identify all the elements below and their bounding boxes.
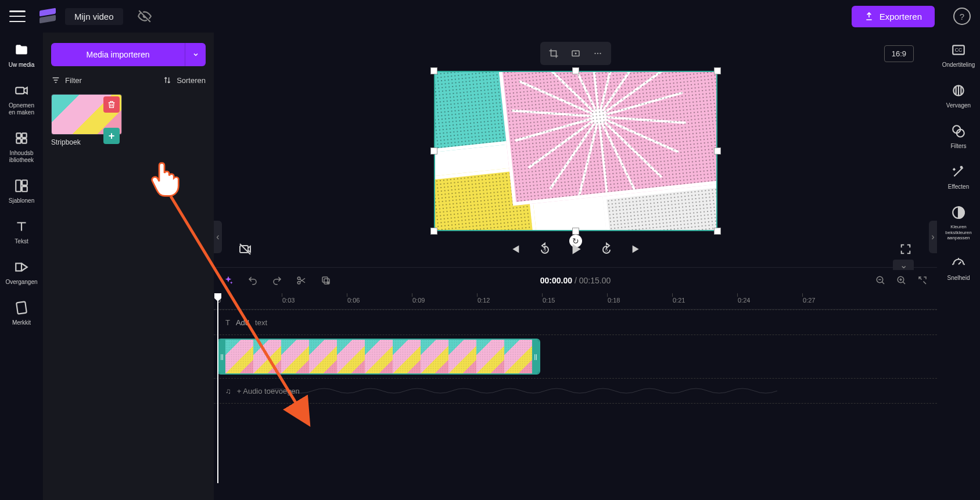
zoom-in-button[interactable]	[895, 274, 908, 287]
resize-handle-tr[interactable]	[714, 67, 721, 74]
clip-trim-right[interactable]: ||	[532, 340, 539, 373]
video-clip[interactable]: || ||	[217, 339, 540, 375]
sidebar-label-media: Uw media	[9, 62, 34, 69]
menu-button[interactable]	[9, 10, 26, 22]
svg-point-20	[297, 282, 300, 285]
sidebar-item-brandkit[interactable]: Merkkit	[12, 300, 31, 326]
text-track-placeholder[interactable]: T Add text	[214, 310, 937, 335]
resize-handle-ml[interactable]	[430, 148, 437, 154]
right-rail-colors[interactable]: Kleuren bekstkleuren aanpassen	[937, 204, 980, 241]
forward-5s-button[interactable]: 5	[598, 241, 615, 257]
sidebar-item-templates[interactable]: Sjablonen	[9, 178, 34, 204]
collapse-right-panel-button[interactable]: ›	[929, 221, 937, 253]
svg-rect-3	[16, 139, 21, 143]
zoom-out-button[interactable]	[874, 274, 887, 287]
app-logo-icon	[40, 9, 56, 23]
svg-point-14	[597, 53, 598, 54]
redo-button[interactable]	[271, 274, 283, 287]
sidebar-item-text[interactable]: Tekst	[13, 218, 30, 245]
magic-tool-button[interactable]	[222, 274, 235, 287]
svg-point-12	[575, 53, 576, 54]
sidebar-label-library: Inhoudsb ibliotheek	[9, 150, 34, 164]
camera-icon	[13, 82, 30, 99]
import-media-button[interactable]: Media importeren	[51, 43, 185, 66]
svg-rect-21	[322, 277, 328, 282]
undo-button[interactable]	[246, 274, 259, 287]
collapse-left-panel-button[interactable]: ‹	[214, 221, 222, 253]
play-button[interactable]	[567, 240, 584, 258]
more-options-button[interactable]	[587, 44, 609, 63]
hide-controls-button[interactable]	[237, 241, 253, 257]
svg-point-19	[297, 277, 300, 280]
svg-point-15	[600, 53, 601, 54]
fit-button[interactable]	[565, 44, 587, 63]
svg-text:5: 5	[543, 247, 546, 253]
right-rail-blur[interactable]: Vervagen	[946, 82, 971, 109]
timeline-ruler[interactable]: 0 0:03 0:06 0:09 0:12 0:15 0:18 0:21 0:2…	[214, 293, 937, 310]
expand-timeline-button[interactable]: ⌄	[893, 260, 914, 270]
right-rail-filters[interactable]: Filters	[950, 123, 967, 150]
crop-button[interactable]	[543, 44, 565, 63]
right-rail-effects[interactable]: Effecten	[948, 164, 970, 190]
sort-button[interactable]: Sorteren	[163, 75, 206, 85]
ruler-tick: 0:21	[673, 297, 685, 304]
svg-rect-8	[16, 264, 21, 271]
cc-icon: CC	[950, 42, 967, 58]
filter-label: Filter	[65, 76, 82, 85]
resize-handle-tl[interactable]	[430, 67, 437, 74]
export-button[interactable]: Exporteren	[852, 6, 935, 27]
ruler-tick: 0:27	[803, 297, 815, 304]
music-icon: ♫	[225, 387, 231, 395]
split-button[interactable]	[295, 274, 308, 287]
skip-back-button[interactable]	[507, 241, 523, 257]
audio-track-placeholder[interactable]: ♫ + Audio toevoegen	[214, 378, 937, 404]
right-rail-speed[interactable]: Snelheid	[947, 255, 970, 282]
rewind-5s-button[interactable]: 5	[537, 241, 553, 257]
sidebar-label-templates: Sjablonen	[9, 197, 34, 204]
ruler-tick: 0:15	[543, 297, 555, 304]
svg-rect-1	[16, 133, 21, 138]
preview-toolbar	[540, 42, 611, 65]
svg-point-13	[594, 53, 595, 54]
svg-rect-9	[16, 301, 27, 314]
export-label: Exporteren	[880, 12, 922, 21]
resize-handle-tm[interactable]	[572, 67, 579, 74]
delete-media-button[interactable]	[103, 96, 120, 113]
help-button[interactable]: ?	[953, 8, 971, 25]
svg-point-23	[327, 282, 329, 283]
sidebar-item-record[interactable]: Opnemen en maken	[9, 82, 34, 116]
filter-button[interactable]: Filter	[51, 75, 82, 85]
import-media-dropdown[interactable]	[185, 43, 206, 66]
visibility-off-icon[interactable]	[137, 9, 152, 24]
preview-canvas[interactable]	[434, 71, 717, 231]
sidebar-label-text: Tekst	[15, 238, 28, 245]
waveform-placeholder	[266, 385, 789, 397]
text-track-icon: T	[225, 318, 230, 327]
clip-trim-left[interactable]: ||	[218, 340, 225, 373]
ruler-tick: 0:12	[478, 297, 490, 304]
skip-forward-button[interactable]	[629, 241, 645, 257]
svg-rect-6	[22, 180, 27, 185]
text-icon	[13, 218, 30, 235]
right-rail-captions[interactable]: CC Ondertiteling	[942, 42, 975, 69]
svg-rect-5	[16, 180, 21, 192]
svg-rect-7	[22, 186, 27, 192]
add-media-to-timeline-button[interactable]: +	[103, 128, 120, 144]
right-rail-label-blur: Vervagen	[946, 102, 971, 109]
sidebar-label-record: Opnemen en maken	[9, 102, 34, 116]
sidebar-item-media[interactable]: Uw media	[9, 42, 34, 69]
right-rail-label-colors: Kleuren bekstkleuren aanpassen	[937, 224, 980, 241]
duplicate-button[interactable]	[320, 274, 332, 287]
resize-handle-mr[interactable]	[714, 148, 721, 154]
zoom-fit-button[interactable]	[916, 274, 929, 287]
playhead[interactable]	[217, 293, 218, 483]
svg-text:5: 5	[605, 247, 608, 253]
media-item[interactable]: + Stripboek	[51, 94, 122, 146]
fullscreen-button[interactable]	[898, 241, 914, 257]
aspect-ratio-button[interactable]: 16:9	[884, 45, 914, 62]
project-title[interactable]: Mijn video	[65, 8, 123, 25]
speed-icon	[950, 255, 967, 271]
svg-text:CC: CC	[955, 47, 963, 53]
sidebar-item-library[interactable]: Inhoudsb ibliotheek	[9, 130, 34, 164]
sidebar-item-transitions[interactable]: Overgangen	[5, 259, 37, 286]
